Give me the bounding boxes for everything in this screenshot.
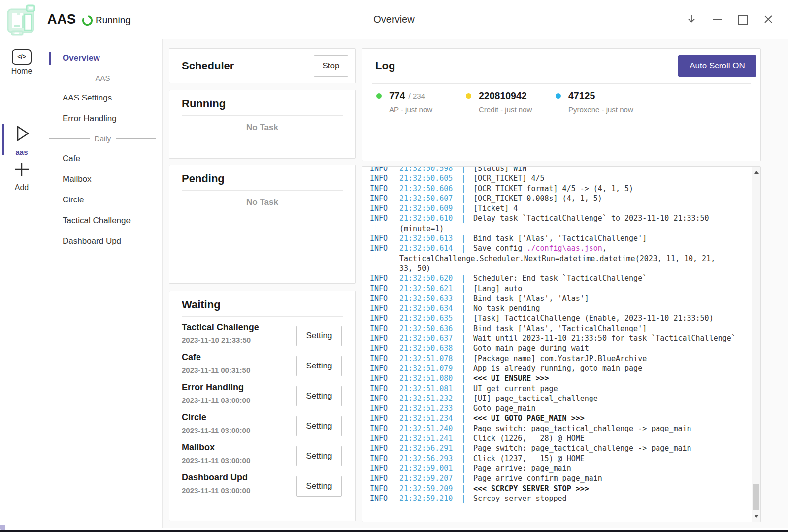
console-scrollbar[interactable] — [752, 167, 760, 522]
log-time: 21:32:51.232 — [399, 394, 454, 403]
log-level: INFO — [370, 233, 399, 243]
stat-item: 774/ 234AP - just now — [376, 90, 466, 114]
log-time: 21:32:50.610 — [399, 213, 454, 223]
rail-item-aas[interactable]: aas — [0, 124, 43, 156]
rail-item-label: Add — [0, 183, 43, 192]
log-message: Bind task ['Alas', 'TacticalChallenge'] — [473, 324, 647, 333]
log-time: 21:32:50.598 — [399, 166, 454, 173]
sidebar-item-error-handling[interactable]: Error Handling — [43, 108, 162, 129]
log-message: Save config ./config\aas.json, — [473, 243, 607, 253]
log-stats: 774/ 234AP - just now220810942Credit - j… — [362, 84, 760, 114]
sidebar-section-aas: AAS — [43, 68, 162, 88]
sidebar-item-circle[interactable]: Circle — [43, 190, 162, 210]
log-message: [Ticket] 4 — [473, 203, 518, 213]
log-time: 21:32:51.078 — [399, 354, 454, 364]
titlebar: AAS Running Overview — [0, 0, 788, 40]
log-time: 21:32:51.079 — [399, 364, 454, 373]
log-level: INFO — [370, 273, 399, 283]
close-icon — [764, 15, 773, 25]
log-time: 21:32:56.291 — [399, 443, 454, 453]
auto-scroll-button[interactable]: Auto Scroll ON — [678, 55, 756, 77]
log-line: INFO21:32:50.638|Goto main page during w… — [370, 343, 760, 353]
stat-dot-icon — [376, 93, 382, 99]
scroll-down-icon[interactable] — [754, 515, 759, 518]
scheduler-title: Scheduler — [182, 60, 234, 72]
rail-item-add[interactable]: Add — [0, 160, 43, 192]
log-line: (minute=1) — [370, 224, 760, 233]
setting-button[interactable]: Setting — [296, 416, 342, 436]
waiting-task-list: Tactical Challenge2023-11-10 21:33:50Set… — [169, 321, 355, 501]
log-line: INFO21:32:51.233|Goto page_main — [370, 403, 760, 413]
setting-button[interactable]: Setting — [296, 476, 342, 497]
log-message: Delay task `TacticalChallenge` to 2023-1… — [473, 213, 709, 223]
log-line: INFO21:32:50.598|[Status] WIN — [370, 166, 760, 173]
maximize-button[interactable] — [730, 7, 755, 33]
minimize-button[interactable] — [704, 7, 730, 33]
log-line: INFO21:32:56.291|Page switch: page_tacti… — [370, 443, 760, 453]
log-time: 21:32:50.637 — [399, 333, 454, 343]
log-indent — [370, 254, 399, 264]
log-console[interactable]: INFO21:32:50.598|[Status] WININFO21:32:5… — [362, 166, 761, 522]
log-indent — [370, 224, 399, 233]
stat-suffix: / 234 — [409, 92, 425, 100]
log-level: INFO — [370, 384, 399, 394]
log-line: INFO21:32:50.634|No task pending — [370, 303, 760, 313]
divider — [182, 115, 343, 116]
log-time: 21:32:50.620 — [399, 273, 454, 283]
stat-value: 774 — [389, 90, 405, 101]
log-time: 21:32:50.621 — [399, 284, 454, 294]
log-message: [Status] WIN — [473, 166, 526, 173]
log-level: INFO — [370, 173, 399, 183]
setting-button[interactable]: Setting — [296, 446, 342, 466]
log-level: INFO — [370, 333, 399, 343]
setting-button[interactable]: Setting — [296, 326, 342, 346]
stop-button[interactable]: Stop — [314, 55, 348, 77]
log-level: INFO — [370, 303, 399, 313]
log-level: INFO — [370, 433, 399, 443]
log-time: 21:32:59.207 — [399, 473, 454, 483]
divider-line — [116, 138, 156, 139]
setting-button[interactable]: Setting — [296, 356, 342, 376]
sidebar-item-overview[interactable]: Overview — [43, 48, 162, 68]
sidebar-section-label: AAS — [96, 74, 110, 82]
setting-button[interactable]: Setting — [296, 386, 342, 406]
rail-item-home[interactable]: </> Home — [0, 49, 43, 76]
log-separator: | — [454, 313, 473, 323]
log-time: 21:32:50.638 — [399, 343, 454, 353]
scroll-up-icon[interactable] — [754, 171, 759, 174]
stat-dot-icon — [556, 93, 561, 99]
sidebar-item-dashboard-upd[interactable]: Dashboard Upd — [43, 231, 162, 252]
minimize-icon — [713, 19, 722, 20]
log-line: INFO21:32:51.232|[UI] page_tactical_chal… — [370, 394, 760, 403]
sidebar-item-tactical-challenge[interactable]: Tactical Challenge — [43, 210, 162, 231]
sidebar-section-daily: Daily — [43, 129, 162, 148]
log-time: 21:32:50.635 — [399, 313, 454, 323]
log-separator: | — [454, 213, 473, 223]
sidebar-item-mailbox[interactable]: Mailbox — [43, 169, 162, 190]
log-message: Page switch: page_tactical_challenge -> … — [473, 424, 691, 433]
waiting-task-row: Cafe2023-11-11 00:31:50Setting — [182, 351, 343, 381]
log-separator: | — [454, 324, 473, 333]
log-line: INFO21:32:50.613|Bind task ['Alas', 'Tac… — [370, 233, 760, 243]
close-button[interactable] — [755, 7, 781, 33]
log-separator: | — [454, 343, 473, 353]
down-arrow-icon — [686, 14, 697, 26]
log-line: INFO21:32:56.293|Click (1237, 15) @ HOME — [370, 454, 760, 464]
log-separator: | — [454, 473, 473, 483]
sidebar-item-cafe[interactable]: Cafe — [43, 148, 162, 169]
log-line: INFO21:32:51.234|<<< UI GOTO PAGE_MAIN >… — [370, 413, 760, 423]
waiting-task-row: Dashboard Upd2023-11-11 03:00:00Setting — [182, 471, 343, 501]
log-time: 21:32:50.613 — [399, 233, 454, 243]
sidebar-section-label: Daily — [95, 134, 111, 143]
log-indent — [370, 264, 399, 273]
running-empty-text: No Task — [169, 123, 355, 133]
sidebar-item-aas-settings[interactable]: AAS Settings — [43, 88, 162, 108]
sidebar-item-label: Mailbox — [63, 174, 92, 184]
stat-label: Pyroxene - just now — [568, 105, 645, 114]
log-message: Scheduler: End task `TacticalChallenge` — [473, 273, 647, 283]
scroll-thumb[interactable] — [753, 484, 759, 510]
log-message: (minute=1) — [399, 224, 444, 233]
log-level: INFO — [370, 243, 399, 253]
hide-to-tray-button[interactable] — [679, 7, 704, 33]
log-time: 21:32:50.607 — [399, 194, 454, 203]
